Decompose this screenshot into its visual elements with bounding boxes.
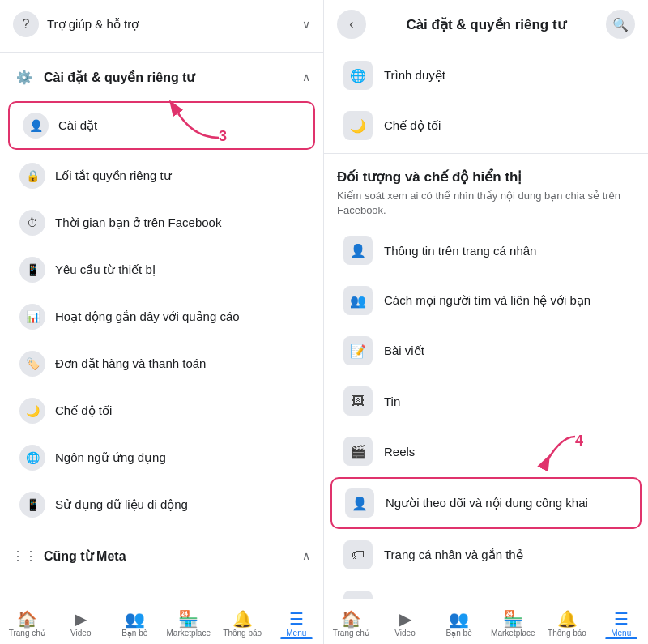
su-dung-label: Sử dụng dữ liệu di động [55, 497, 304, 512]
trang-chu-r-label: Trang chủ [333, 629, 369, 638]
right-menu-bai-viet[interactable]: 📝 Bài viết [330, 326, 642, 375]
right-menu-trang-ca-nhan[interactable]: 🏷 Trang cá nhân và gắn thẻ [330, 531, 642, 579]
hoat-dong-label: Hoạt động gắn đây với quảng cáo [55, 309, 304, 324]
nav-ban-be-r[interactable]: 👥 Bạn bè [432, 604, 486, 639]
menu-l-active-bar [280, 637, 313, 639]
right-divider-1 [324, 153, 648, 154]
back-button[interactable]: ‹ [337, 10, 366, 39]
thong-bao-r-label: Thông báo [548, 629, 586, 638]
thong-bao-l-icon: 🔔 [232, 609, 253, 629]
settings-items-container: 👤 Cài đặt 3 🔒 Lối tắt quyền ri [0, 101, 323, 527]
also-meta-chevron-icon: ∧ [302, 549, 310, 562]
don-dat-label: Đơn đặt hàng và thanh toán [55, 356, 304, 371]
ban-be-r-label: Bạn bè [446, 629, 472, 638]
che-do-toi-l-label: Chế độ tối [55, 403, 304, 418]
trang-chu-l-label: Trang chủ [9, 629, 45, 638]
right-menu-cach-moi[interactable]: 👥 Cách mọi người tìm và liên hệ với bạn [330, 276, 642, 325]
settings-header-left: ⚙️ Cài đặt & quyền riêng tư [13, 66, 194, 88]
right-menu-nguoi-theo-doi[interactable]: 👤 Người theo dõi và nội dung công khai [330, 477, 642, 529]
bai-viet-label: Bài viết [384, 343, 424, 358]
thong-tin-label: Thông tin trên trang cá nhân [384, 244, 536, 258]
trinh-duyet-label: Trình duyệt [384, 68, 446, 83]
chan-icon: 🚫 [343, 591, 373, 599]
loi-tat-label: Lối tắt quyền riêng tư [55, 168, 304, 183]
nguoi-theo-doi-label: Người theo dõi và nội dung công khai [386, 496, 588, 510]
help-text: Trợ giúp & hỗ trợ [47, 17, 139, 32]
menu-item-yeu-cau[interactable]: 📱 Yêu cầu từ thiết bị [6, 247, 317, 292]
thong-bao-l-label: Thông báo [223, 629, 262, 638]
help-section[interactable]: ? Trợ giúp & hỗ trợ ∨ [0, 0, 323, 49]
su-dung-icon: 📱 [19, 492, 45, 518]
help-left: ? Trợ giúp & hỗ trợ [13, 11, 139, 37]
cai-dat-icon: 👤 [23, 113, 49, 139]
right-menu-chan[interactable]: 🚫 Chặn [330, 581, 642, 599]
thong-tin-icon: 👤 [343, 236, 373, 265]
right-panel: ‹ Cài đặt & quyền riêng tư 🔍 🌐 Trình duy… [324, 0, 648, 644]
right-menu-tin[interactable]: 🖼 Tin [330, 377, 642, 425]
ngon-ngu-label: Ngôn ngữ ứng dụng [55, 450, 304, 465]
nav-thong-bao-l[interactable]: 🔔 Thông báo [215, 604, 270, 639]
nav-video-l[interactable]: ▶ Video [54, 604, 109, 639]
nguoi-theo-doi-icon: 👤 [345, 488, 374, 518]
don-dat-icon: 🏷️ [19, 351, 45, 377]
tin-label: Tin [384, 395, 400, 408]
nav-trang-chu-l[interactable]: 🏠 Trang chủ [0, 604, 54, 639]
menu-item-ngon-ngu[interactable]: 🌐 Ngôn ngữ ứng dụng [6, 435, 317, 480]
cach-moi-label: Cách mọi người tìm và liên hệ với bạn [384, 293, 590, 308]
nav-marketplace-r[interactable]: 🏪 Marketplace [486, 604, 540, 639]
settings-chevron-icon: ∧ [302, 70, 310, 83]
settings-section-title: Cài đặt & quyền riêng tư [44, 70, 194, 85]
tin-icon: 🖼 [343, 386, 373, 416]
nav-thong-bao-r[interactable]: 🔔 Thông báo [540, 604, 595, 639]
video-l-icon: ▶ [75, 609, 87, 629]
right-header-title: Cài đặt & quyền riêng tư [366, 16, 606, 33]
nav-menu-r[interactable]: ☰ Menu [594, 604, 648, 639]
nav-ban-be-l[interactable]: 👥 Bạn bè [108, 604, 162, 639]
nav-marketplace-l[interactable]: 🏪 Marketplace [162, 604, 216, 639]
bai-viet-icon: 📝 [343, 336, 373, 365]
video-l-label: Video [70, 629, 91, 638]
menu-item-hoat-dong[interactable]: 📊 Hoạt động gắn đây với quảng cáo [6, 294, 317, 339]
marketplace-l-icon: 🏪 [178, 609, 198, 629]
menu-r-icon: ☰ [614, 609, 629, 629]
thoi-gian-icon: ⏱ [19, 210, 45, 236]
ban-be-l-icon: 👥 [125, 609, 145, 629]
trang-chu-r-icon: 🏠 [341, 609, 361, 629]
reels-label: Reels [384, 445, 415, 458]
marketplace-r-icon: 🏪 [503, 609, 523, 629]
settings-section-header[interactable]: ⚙️ Cài đặt & quyền riêng tư ∧ [0, 56, 323, 98]
divider-2 [0, 531, 323, 531]
left-bottom-nav: 🏠 Trang chủ ▶ Video 👥 Bạn bè 🏪 Marketpla… [0, 599, 323, 644]
menu-item-che-do-toi-l[interactable]: 🌙 Chế độ tối [6, 388, 317, 433]
settings-gear-icon: ⚙️ [13, 66, 36, 88]
section1-title: Đối tượng và chế độ hiển thị [324, 157, 648, 189]
search-button[interactable]: 🔍 [606, 10, 635, 39]
menu-item-don-dat[interactable]: 🏷️ Đơn đặt hàng và thanh toán [6, 341, 317, 386]
menu-item-su-dung[interactable]: 📱 Sử dụng dữ liệu di động [6, 482, 317, 527]
nav-video-r[interactable]: ▶ Video [378, 604, 433, 639]
nav-trang-chu-r[interactable]: 🏠 Trang chủ [324, 604, 378, 639]
also-meta-header[interactable]: ⋮⋮ Cũng từ Meta ∧ [0, 535, 323, 577]
right-menu-trinh-duyet[interactable]: 🌐 Trình duyệt [330, 51, 642, 100]
trang-ca-nhan-icon: 🏷 [343, 540, 373, 569]
right-menu-thong-tin[interactable]: 👤 Thông tin trên trang cá nhân [330, 226, 642, 275]
nav-menu-l[interactable]: ☰ Menu [270, 604, 324, 639]
reels-icon: 🎬 [343, 437, 373, 466]
also-meta-icon: ⋮⋮ [13, 544, 36, 567]
also-meta-title: Cũng từ Meta [44, 548, 126, 564]
loi-tat-icon: 🔒 [19, 163, 45, 189]
menu-item-thoi-gian[interactable]: ⏱ Thời gian bạn ở trên Facebook [6, 200, 317, 245]
menu-r-active-bar [605, 637, 637, 639]
right-menu-che-do-toi[interactable]: 🌙 Chế độ tối [330, 101, 642, 150]
marketplace-r-label: Marketplace [491, 629, 535, 638]
che-do-toi-r-label: Chế độ tối [384, 118, 441, 133]
yeu-cau-label: Yêu cầu từ thiết bị [55, 262, 304, 277]
hoat-dong-icon: 📊 [19, 304, 45, 330]
video-r-label: Video [394, 629, 415, 638]
also-meta-header-left: ⋮⋮ Cũng từ Meta [13, 544, 126, 567]
section1-subtitle: Kiểm soát xem ai có thể nhìn thấy nội du… [324, 189, 648, 224]
right-header: ‹ Cài đặt & quyền riêng tư 🔍 [324, 0, 648, 49]
menu-item-loi-tat[interactable]: 🔒 Lối tắt quyền riêng tư [6, 153, 317, 198]
menu-item-cai-dat[interactable]: 👤 Cài đặt [8, 101, 315, 150]
right-menu-reels[interactable]: 🎬 Reels [330, 427, 642, 476]
